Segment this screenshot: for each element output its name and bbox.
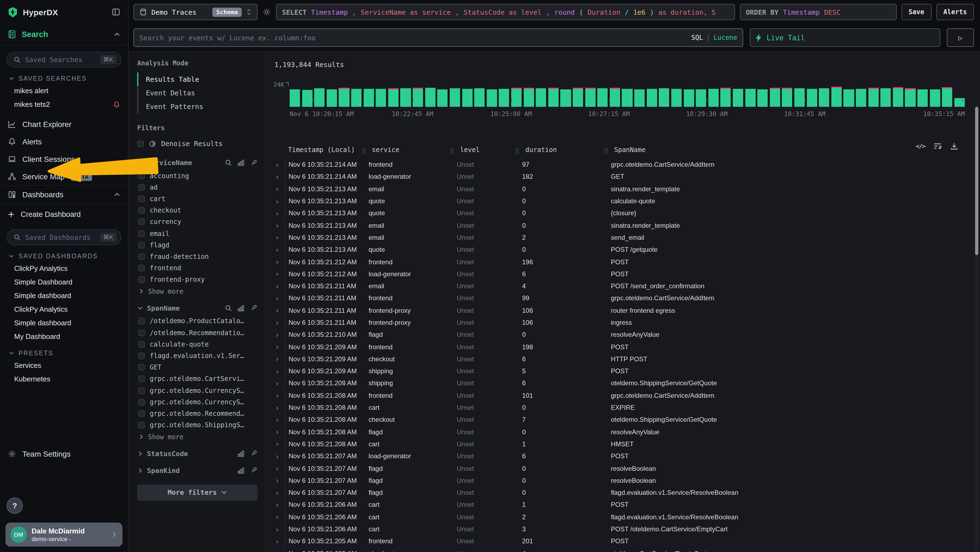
- search-icon[interactable]: [225, 159, 232, 166]
- filter-value-row[interactable]: email: [137, 228, 258, 239]
- histogram-bar[interactable]: [917, 89, 928, 107]
- scrollbar[interactable]: [975, 104, 978, 551]
- saved-dashboard-item[interactable]: My Dashboard: [0, 330, 128, 343]
- row-expander-icon[interactable]: ›: [273, 295, 285, 302]
- filter-group-spanname[interactable]: SpanName: [137, 304, 258, 312]
- pin-icon[interactable]: [250, 450, 258, 458]
- histogram-bar[interactable]: [757, 89, 768, 107]
- filter-checkbox[interactable]: [138, 242, 145, 248]
- create-dashboard-button[interactable]: Create Dashboard: [0, 204, 128, 223]
- table-row[interactable]: ›Nov 6 10:35:21.213 AMquoteUnset0{closur…: [273, 207, 961, 219]
- histogram-bar[interactable]: [622, 89, 632, 107]
- histogram-bar[interactable]: [536, 89, 546, 107]
- histogram-bar[interactable]: [696, 89, 706, 107]
- filter-checkbox[interactable]: [138, 329, 145, 336]
- histogram-bar[interactable]: [844, 89, 854, 107]
- column-drag-handle-icon[interactable]: [450, 148, 451, 149]
- table-row[interactable]: ›Nov 6 10:35:21.209 AMshippingUnset5POST: [273, 365, 961, 377]
- saved-searches-section[interactable]: SAVED SEARCHES: [0, 70, 128, 84]
- histogram-bar[interactable]: [794, 88, 805, 107]
- table-row[interactable]: ›Nov 6 10:35:21.212 AMload-generatorUnse…: [273, 268, 961, 280]
- saved-dashboard-item[interactable]: Simple dashboard: [0, 316, 128, 330]
- table-row[interactable]: ›Nov 6 10:35:21.209 AMcheckoutUnset6HTTP…: [273, 353, 961, 365]
- histogram-bar[interactable]: [930, 89, 940, 107]
- table-row[interactable]: ›Nov 6 10:35:21.209 AMfrontendUnset198PO…: [273, 341, 961, 353]
- histogram-bar[interactable]: [499, 89, 509, 107]
- table-row[interactable]: ›Nov 6 10:35:21.208 AMcartUnset0EXPIRE: [273, 402, 961, 414]
- table-row[interactable]: ›Nov 6 10:35:21.207 AMflagdUnset0flagd.e…: [273, 487, 961, 499]
- column-header-timestamp[interactable]: Timestamp (Local): [285, 146, 369, 154]
- histogram-bar[interactable]: [302, 89, 312, 107]
- table-row[interactable]: ›Nov 6 10:35:21.207 AMload-generatorUnse…: [273, 450, 961, 463]
- table-row[interactable]: ›Nov 6 10:35:21.213 AMquoteUnset0calcula…: [273, 195, 961, 207]
- row-expander-icon[interactable]: ›: [273, 282, 285, 290]
- histogram-bar[interactable]: [511, 89, 522, 107]
- filter-checkbox[interactable]: [138, 399, 145, 405]
- column-header-level[interactable]: level: [457, 146, 522, 154]
- row-expander-icon[interactable]: ›: [273, 514, 285, 521]
- filter-checkbox[interactable]: [138, 387, 145, 394]
- saved-dashboard-item[interactable]: Simple dashboard: [0, 289, 128, 302]
- chevron-right-icon[interactable]: [137, 467, 143, 474]
- row-expander-icon[interactable]: ›: [273, 453, 285, 460]
- table-row[interactable]: ›Nov 6 10:35:21.208 AMflagdUnset0resolve…: [273, 426, 961, 438]
- filter-value-row[interactable]: grpc.oteldemo.CurrencyS…: [137, 396, 258, 408]
- user-card[interactable]: DM Dale McDiarmid demo-service -: [5, 523, 123, 547]
- analysis-mode-results-table[interactable]: Results Table: [137, 72, 258, 86]
- filter-group-statuscode[interactable]: StatusCode: [137, 450, 258, 458]
- histogram-bar[interactable]: [290, 89, 300, 107]
- filter-group-spankind[interactable]: SpanKind: [137, 466, 258, 475]
- filter-value-row[interactable]: frontend-proxy: [137, 274, 258, 285]
- table-row[interactable]: ›Nov 6 10:35:21.205 AMfrontendUnset201PO…: [273, 535, 961, 547]
- chevron-up-icon[interactable]: [114, 191, 120, 198]
- histogram-bar[interactable]: [585, 89, 595, 107]
- histogram-bar[interactable]: [314, 89, 325, 107]
- column-drag-handle-icon[interactable]: [515, 148, 517, 149]
- histogram-bar[interactable]: [462, 89, 472, 107]
- bar-chart-icon[interactable]: [237, 450, 245, 457]
- table-row[interactable]: ›Nov 6 10:35:21.211 AMfrontend-proxyUnse…: [273, 304, 961, 317]
- table-row[interactable]: ›Nov 6 10:35:21.211 AMfrontendUnset99grp…: [273, 292, 961, 305]
- histogram-bar[interactable]: [376, 89, 386, 107]
- row-expander-icon[interactable]: ›: [273, 380, 285, 387]
- nav-client-sessions[interactable]: Client Sessions: [0, 150, 128, 168]
- histogram-bar[interactable]: [523, 89, 534, 107]
- table-row[interactable]: ›Nov 6 10:35:21.208 AMcartUnset1HMSET: [273, 438, 961, 450]
- filter-checkbox[interactable]: [138, 422, 145, 428]
- table-row[interactable]: ›Nov 6 10:35:21.206 AMcartUnset1POST: [273, 499, 961, 511]
- row-expander-icon[interactable]: ›: [273, 477, 285, 484]
- analysis-mode-event-patterns[interactable]: Event Patterns: [137, 100, 258, 113]
- histogram-bar[interactable]: [942, 88, 953, 107]
- show-more-button[interactable]: Show more: [137, 431, 258, 441]
- filter-value-row[interactable]: /oteldemo.ProductCatalo…: [137, 316, 258, 327]
- filter-checkbox[interactable]: [138, 254, 145, 260]
- pin-icon[interactable]: [250, 304, 258, 312]
- filter-checkbox[interactable]: [138, 318, 145, 324]
- histogram-bar[interactable]: [893, 88, 903, 107]
- histogram-bar[interactable]: [708, 89, 718, 107]
- row-expander-icon[interactable]: ›: [273, 173, 285, 180]
- histogram-bar[interactable]: [388, 89, 399, 107]
- histogram-bar[interactable]: [881, 88, 891, 107]
- histogram-bar[interactable]: [905, 89, 915, 107]
- filter-value-row[interactable]: accounting: [137, 170, 258, 182]
- filter-checkbox[interactable]: [138, 207, 145, 214]
- table-row[interactable]: ›Nov 6 10:35:21.211 AMemailUnset4POST /s…: [273, 280, 961, 292]
- collapse-sidebar-icon[interactable]: [111, 8, 120, 16]
- histogram-bar[interactable]: [868, 89, 878, 107]
- denoise-results-option[interactable]: Denoise Results: [137, 137, 258, 150]
- filter-checkbox[interactable]: [138, 353, 145, 359]
- table-row[interactable]: ›Nov 6 10:35:21.213 AMemailUnset2send_em…: [273, 231, 961, 244]
- table-row[interactable]: ›Nov 6 10:35:21.206 AMcartUnset2flagd.ev…: [273, 511, 961, 523]
- run-query-button[interactable]: ▷: [947, 28, 974, 47]
- histogram-bar[interactable]: [474, 88, 485, 107]
- filter-value-row[interactable]: checkout: [137, 204, 258, 216]
- filter-checkbox[interactable]: [138, 276, 145, 283]
- chevron-up-icon[interactable]: [114, 31, 120, 38]
- row-expander-icon[interactable]: ›: [273, 185, 285, 192]
- nav-dashboards[interactable]: Dashboards: [0, 185, 128, 204]
- row-expander-icon[interactable]: ›: [273, 465, 285, 472]
- row-expander-icon[interactable]: ›: [273, 489, 285, 496]
- event-search-input[interactable]: Search your events w/ Lucene ex. column:…: [134, 28, 743, 47]
- row-expander-icon[interactable]: ›: [273, 550, 285, 552]
